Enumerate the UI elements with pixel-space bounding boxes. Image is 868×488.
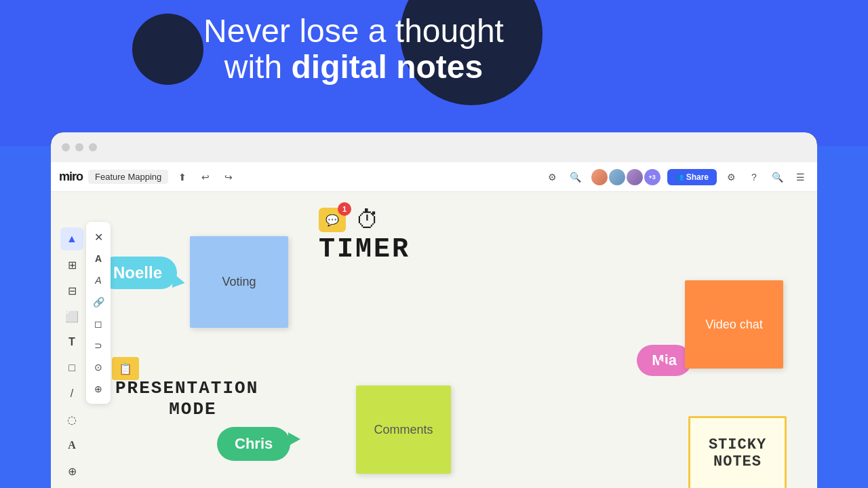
voting-sticky[interactable]: Voting xyxy=(190,236,288,328)
promo-line2: with digital notes xyxy=(203,50,504,86)
left-toolbar: ▲ ⊞ ⊟ ⬜ T □ / ◌ A ⊕ xyxy=(58,222,85,488)
upload-icon[interactable]: ⬆ xyxy=(174,168,191,186)
chris-label: Chris xyxy=(217,427,290,461)
browser-dot-3 xyxy=(89,143,97,151)
promo-text-block: Never lose a thought with digital notes xyxy=(203,14,504,86)
voting-label: Voting xyxy=(222,275,256,289)
shape-tool[interactable]: ⬜ xyxy=(60,305,83,328)
presentation-text-line2: MODE xyxy=(157,399,217,419)
canvas-area: miro Feature Mapping ⬆ ↩ ↪ ⚙ 🔍 +3 xyxy=(51,162,817,488)
font-tool[interactable]: A xyxy=(89,249,108,268)
avatar-more: +3 xyxy=(643,168,662,187)
miro-logo: miro xyxy=(59,170,83,184)
share-icon: 👥 xyxy=(675,173,684,181)
menu-icon[interactable]: ☰ xyxy=(791,168,809,186)
sticky-notes-label: STICKYNOTES xyxy=(709,436,766,470)
zoom-icon[interactable]: 🔍 xyxy=(567,168,585,186)
chat-bubble[interactable]: 💬 1 xyxy=(319,208,346,232)
avatar-2 xyxy=(608,168,627,187)
lasso2-tool[interactable]: ⊃ xyxy=(89,336,108,355)
deco-circle-small xyxy=(132,14,203,85)
browser-chrome xyxy=(51,132,817,162)
avatar-3 xyxy=(625,168,644,187)
avatar-1 xyxy=(590,168,609,187)
video-chat-sticky[interactable]: Video chat xyxy=(685,280,783,369)
presentation-text-line1: PRESENTATION xyxy=(115,378,258,398)
presentation-mode-text: PRESENTATION MODE xyxy=(115,378,258,420)
help-icon[interactable]: ? xyxy=(745,168,763,186)
promo-line2-part1: with xyxy=(224,49,292,85)
browser-dot-1 xyxy=(62,143,70,151)
chat-icon: 💬 xyxy=(326,214,339,227)
redo-icon[interactable]: ↪ xyxy=(220,168,237,186)
timer-label: TIMER xyxy=(319,234,410,265)
more-tool[interactable]: ⊕ xyxy=(60,459,83,483)
link-tool[interactable]: 🔗 xyxy=(89,293,108,312)
notification-badge: 1 xyxy=(338,202,351,216)
settings-icon[interactable]: ⚙ xyxy=(722,168,740,186)
chris-cursor xyxy=(288,432,300,446)
font2-tool[interactable]: A xyxy=(89,271,108,290)
device-frame: miro Feature Mapping ⬆ ↩ ↪ ⚙ 🔍 +3 xyxy=(51,132,817,488)
blue-cursor xyxy=(170,274,183,286)
share-label: Share xyxy=(686,172,709,182)
text2-tool[interactable]: A xyxy=(60,434,83,457)
note-icon-1: 📋 xyxy=(112,357,139,380)
video-chat-label: Video chat xyxy=(705,318,763,332)
secondary-toolbar: ✕ A A 🔗 ◻ ⊃ ⊙ ⊕ xyxy=(86,222,111,404)
extra-tool[interactable]: ⊕ xyxy=(89,379,108,398)
browser-dot-2 xyxy=(75,143,83,151)
lasso-tool[interactable]: ◌ xyxy=(60,408,83,431)
eraser-tool[interactable]: ◻ xyxy=(89,314,108,333)
promo-area: Never lose a thought with digital notes xyxy=(0,0,868,146)
pen-tool[interactable]: / xyxy=(60,382,83,405)
avatars-group: +3 xyxy=(590,168,662,187)
miro-topbar: miro Feature Mapping ⬆ ↩ ↪ ⚙ 🔍 +3 xyxy=(51,162,817,192)
timer-area: 💬 1 ⏱ TIMER xyxy=(319,206,410,265)
undo-icon[interactable]: ↩ xyxy=(197,168,214,186)
promo-line2-bold: digital notes xyxy=(291,49,483,85)
table-tool[interactable]: ⊟ xyxy=(60,279,83,302)
mia-cursor xyxy=(659,360,671,373)
square-tool[interactable]: □ xyxy=(60,356,83,379)
promo-line1: Never lose a thought xyxy=(203,14,504,50)
comments-label: Comments xyxy=(374,423,433,437)
comments-sticky[interactable]: Comments xyxy=(356,386,451,474)
frame-tool[interactable]: ⊞ xyxy=(60,253,83,276)
note-icon-symbol: 📋 xyxy=(119,362,132,375)
timer-clock-icon: ⏱ xyxy=(355,206,380,234)
share-button[interactable]: 👥 Share xyxy=(667,169,717,185)
canvas-content: ▲ ⊞ ⊟ ⬜ T □ / ◌ A ⊕ ✕ A A 🔗 ◻ ⊃ ⊙ ⊕ xyxy=(51,192,817,488)
text-tool[interactable]: T xyxy=(60,331,83,354)
sticky-notes-sticky[interactable]: STICKYNOTES xyxy=(688,416,787,488)
board-name[interactable]: Feature Mapping xyxy=(88,170,168,184)
close-tool[interactable]: ✕ xyxy=(89,227,108,246)
cursor-tool[interactable]: ▲ xyxy=(60,227,83,250)
search-icon[interactable]: 🔍 xyxy=(768,168,786,186)
circletool[interactable]: ⊙ xyxy=(89,358,108,377)
filter-icon[interactable]: ⚙ xyxy=(544,168,561,186)
